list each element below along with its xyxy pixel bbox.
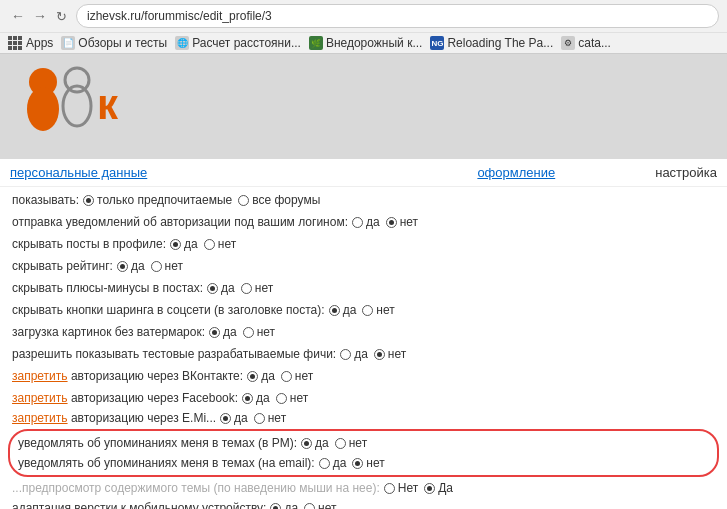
radio-fb-yes[interactable] — [242, 393, 253, 404]
radio-preview-no[interactable] — [384, 483, 395, 494]
option-sharing-yes[interactable]: да — [329, 301, 357, 319]
radio-images-no[interactable] — [243, 327, 254, 338]
option-email-yes[interactable]: да — [319, 454, 347, 472]
nav-buttons: ← → ↻ — [8, 6, 70, 26]
radio-rating-yes[interactable] — [117, 261, 128, 272]
option-show-all[interactable]: все форумы — [238, 191, 320, 209]
label-sharing-no: нет — [376, 301, 394, 319]
bookmark-favicon-offroad: 🌿 — [309, 36, 323, 50]
option-preview-no[interactable]: Нет — [384, 479, 418, 497]
option-notif-no[interactable]: нет — [386, 213, 418, 231]
nav-personal-data[interactable]: персональные данные — [10, 165, 147, 180]
radio-preview-yes[interactable] — [424, 483, 435, 494]
option-rating-no[interactable]: нет — [151, 257, 183, 275]
back-button[interactable]: ← — [8, 6, 28, 26]
option-mobile-yes[interactable]: да — [270, 499, 298, 509]
radio-email-no[interactable] — [352, 458, 363, 469]
bookmark-favicon-calc: 🌐 — [175, 36, 189, 50]
option-pm-yes[interactable]: да — [301, 434, 329, 452]
option-fb-no[interactable]: нет — [276, 389, 308, 407]
apps-bookmark[interactable]: Apps — [8, 36, 53, 50]
radio-pm-no[interactable] — [335, 438, 346, 449]
radio-rating-no[interactable] — [151, 261, 162, 272]
bookmark-cata[interactable]: ⚙ cata... — [561, 36, 611, 50]
option-pm-no[interactable]: нет — [335, 434, 367, 452]
radio-email-yes[interactable] — [319, 458, 330, 469]
radio-mail-no[interactable] — [254, 413, 265, 424]
refresh-button[interactable]: ↻ — [52, 7, 70, 25]
radio-vk-no[interactable] — [281, 371, 292, 382]
label-hide-posts-yes: да — [184, 235, 198, 253]
label-block-fb: авторизацию через Facebook: — [68, 389, 239, 407]
radio-mail-yes[interactable] — [220, 413, 231, 424]
radio-hide-posts-no[interactable] — [204, 239, 215, 250]
option-email-no[interactable]: нет — [352, 454, 384, 472]
radio-images-yes[interactable] — [209, 327, 220, 338]
radio-show-preferred[interactable] — [83, 195, 94, 206]
label-block-vk-action[interactable]: запретить — [12, 367, 68, 385]
radio-hide-posts-yes[interactable] — [170, 239, 181, 250]
bookmark-offroad[interactable]: 🌿 Внедорожный к... — [309, 36, 423, 50]
radio-vk-yes[interactable] — [247, 371, 258, 382]
bookmark-reload[interactable]: NG Reloading The Pa... — [430, 36, 553, 50]
label-hide-rating: скрывать рейтинг: — [12, 257, 113, 275]
option-hide-posts-yes[interactable]: да — [170, 235, 198, 253]
option-rating-yes[interactable]: да — [117, 257, 145, 275]
radio-sharing-yes[interactable] — [329, 305, 340, 316]
option-test-no[interactable]: нет — [374, 345, 406, 363]
label-preview-no: Нет — [398, 479, 418, 497]
label-mail-no: нет — [268, 409, 286, 427]
options-notifications: да нет — [352, 213, 418, 231]
option-plusminus-no[interactable]: нет — [241, 279, 273, 297]
svg-point-1 — [27, 87, 59, 131]
option-mobile-no[interactable]: нет — [304, 499, 336, 509]
label-vk-no: нет — [295, 367, 313, 385]
label-mobile-yes: да — [284, 499, 298, 509]
label-block-mail-action[interactable]: запретить — [12, 409, 68, 427]
option-vk-no[interactable]: нет — [281, 367, 313, 385]
option-images-no[interactable]: нет — [243, 323, 275, 341]
radio-pm-yes[interactable] — [301, 438, 312, 449]
option-mail-yes[interactable]: да — [220, 409, 248, 427]
radio-test-no[interactable] — [374, 349, 385, 360]
option-plusminus-yes[interactable]: да — [207, 279, 235, 297]
radio-show-all[interactable] — [238, 195, 249, 206]
radio-test-yes[interactable] — [340, 349, 351, 360]
address-bar[interactable] — [76, 4, 719, 28]
bookmark-calc[interactable]: 🌐 Расчет расстояни... — [175, 36, 301, 50]
radio-mobile-yes[interactable] — [270, 503, 281, 510]
option-show-preferred[interactable]: только предпочитаемые — [83, 191, 232, 209]
label-rating-no: нет — [165, 257, 183, 275]
bookmark-favicon-reload: NG — [430, 36, 444, 50]
option-hide-posts-no[interactable]: нет — [204, 235, 236, 253]
radio-plusminus-yes[interactable] — [207, 283, 218, 294]
radio-notif-yes[interactable] — [352, 217, 363, 228]
label-mobile-no: нет — [318, 499, 336, 509]
radio-notif-no[interactable] — [386, 217, 397, 228]
option-images-yes[interactable]: да — [209, 323, 237, 341]
label-block-fb-action[interactable]: запретить — [12, 389, 68, 407]
label-notify-pm: уведомлять об упоминаниях меня в темах (… — [18, 434, 297, 452]
label-mobile-adapt: адаптация верстки к мобильному устройств… — [12, 499, 266, 509]
bookmark-favicon-reviews: 📄 — [61, 36, 75, 50]
label-email-no: нет — [366, 454, 384, 472]
bookmark-label-offroad: Внедорожный к... — [326, 36, 423, 50]
option-preview-yes[interactable]: Да — [424, 479, 453, 497]
option-notif-yes[interactable]: да — [352, 213, 380, 231]
option-mail-no[interactable]: нет — [254, 409, 286, 427]
radio-plusminus-no[interactable] — [241, 283, 252, 294]
label-vk-yes: да — [261, 367, 275, 385]
option-vk-yes[interactable]: да — [247, 367, 275, 385]
bookmark-reviews[interactable]: 📄 Обзоры и тесты — [61, 36, 167, 50]
row-block-vk: запретить авторизацию через ВКонтакте: д… — [8, 365, 719, 387]
option-sharing-no[interactable]: нет — [362, 301, 394, 319]
radio-fb-no[interactable] — [276, 393, 287, 404]
label-plusminus-yes: да — [221, 279, 235, 297]
radio-sharing-no[interactable] — [362, 305, 373, 316]
nav-design[interactable]: оформление — [477, 165, 555, 180]
radio-mobile-no[interactable] — [304, 503, 315, 510]
forward-button[interactable]: → — [30, 6, 50, 26]
option-fb-yes[interactable]: да — [242, 389, 270, 407]
label-notifications: отправка уведомлений об авторизации под … — [12, 213, 348, 231]
option-test-yes[interactable]: да — [340, 345, 368, 363]
